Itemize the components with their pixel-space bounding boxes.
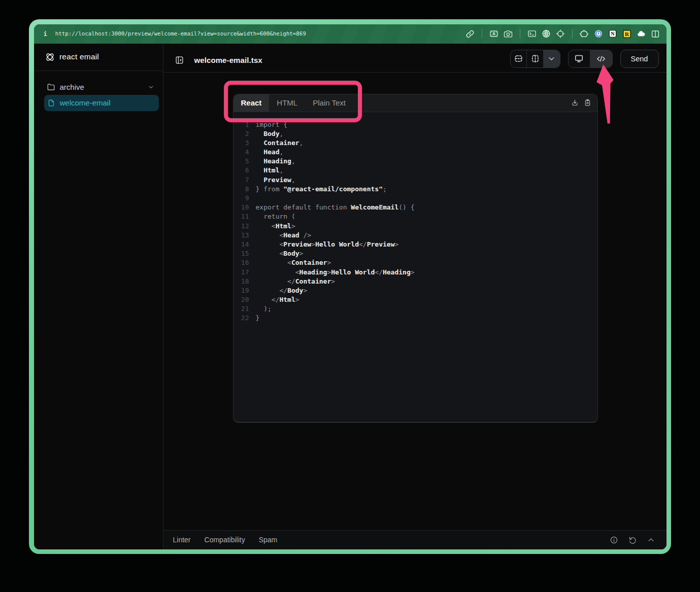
code-line: 21 ); — [234, 304, 597, 314]
split-horizontal-button[interactable] — [511, 50, 527, 67]
layout-button-group — [510, 50, 560, 68]
code-line: 14 <Preview>Hello World</Preview> — [234, 240, 597, 249]
line-content: Html, — [256, 166, 284, 175]
layout-dropdown-button[interactable] — [543, 50, 560, 67]
code-line: 5 Heading, — [234, 157, 597, 166]
notion-icon[interactable]: N — [608, 29, 617, 39]
svg-text:N: N — [611, 31, 615, 37]
tab-linter[interactable]: Linter — [173, 536, 191, 544]
sidebar-nav: archive welcome-email — [34, 71, 163, 111]
line-content: ); — [256, 304, 272, 314]
code-line: 6 Html, — [234, 166, 597, 175]
file-icon — [47, 99, 55, 107]
line-number: 7 — [234, 176, 249, 185]
line-content: <Preview>Hello World</Preview> — [256, 240, 399, 249]
line-content: </Container> — [256, 277, 336, 286]
line-content: } — [256, 314, 260, 323]
line-number: 14 — [234, 240, 249, 249]
code-line: 8} from "@react-email/components"; — [234, 185, 597, 194]
line-content: Container, — [256, 138, 304, 148]
tab-compatibility[interactable]: Compatibility — [205, 536, 245, 544]
terminal-icon[interactable] — [527, 29, 537, 39]
line-content: Head, — [256, 148, 284, 157]
line-content: <Head /> — [256, 231, 312, 240]
folder-icon — [47, 83, 55, 91]
code-line: 7 Preview, — [234, 176, 597, 185]
line-number: 10 — [234, 203, 249, 212]
line-content: <Body> — [256, 249, 304, 258]
onepassword-icon[interactable] — [594, 29, 603, 39]
desktop-view-button[interactable] — [569, 50, 590, 67]
picture-icon[interactable] — [489, 29, 498, 39]
code-line: 10export default function WelcomeEmail()… — [234, 203, 597, 212]
crosshair-icon[interactable] — [556, 29, 565, 39]
code-line: 13 <Head /> — [234, 231, 597, 240]
cloud-icon[interactable] — [637, 29, 646, 39]
sidebar-item-label: welcome-email — [60, 98, 111, 107]
line-number: 6 — [234, 166, 249, 175]
line-number: 22 — [234, 314, 249, 323]
refresh-icon[interactable] — [628, 536, 637, 544]
chevron-down-icon[interactable] — [148, 84, 154, 90]
code-line: 20 </Html> — [234, 295, 597, 304]
line-number: 18 — [234, 277, 249, 286]
line-content: Preview, — [256, 176, 295, 185]
line-number: 21 — [234, 304, 249, 314]
bottom-bar: Linter Compatibility Spam — [163, 530, 666, 549]
code-editor[interactable]: 1import {2 Body,3 Container,4 Head,5 Hea… — [234, 112, 597, 422]
r-badge-icon[interactable]: R — [622, 29, 631, 39]
code-line: 2 Body, — [234, 129, 597, 138]
line-number: 15 — [234, 249, 249, 258]
code-line: 12 <Html> — [234, 222, 597, 231]
react-email-logo-icon — [45, 52, 55, 62]
toolbar: Send — [510, 50, 659, 68]
line-number: 3 — [234, 138, 249, 148]
link-icon[interactable] — [465, 29, 475, 39]
code-line: 17 <Heading>Hello World</Heading> — [234, 268, 597, 277]
tab-spam[interactable]: Spam — [259, 536, 278, 544]
preview-area: React HTML Plain Text — [163, 73, 666, 530]
puzzle-icon[interactable] — [580, 29, 589, 39]
annotation-arrow — [594, 63, 617, 125]
main-topbar: welcome-email.tsx — [163, 44, 666, 73]
line-number: 20 — [234, 295, 249, 304]
svg-text:R: R — [624, 31, 629, 37]
code-line: 18 </Container> — [234, 277, 597, 286]
url-text[interactable]: http://localhost:3000/preview/welcome-em… — [55, 30, 306, 37]
info-icon[interactable] — [610, 536, 618, 544]
chevron-up-icon[interactable] — [647, 536, 655, 544]
chrome-divider — [572, 29, 573, 39]
sidebar-item-label: archive — [60, 83, 84, 91]
split-view-icon[interactable] — [651, 29, 660, 39]
sidebar-header: react email — [34, 44, 163, 71]
line-number: 13 — [234, 231, 249, 240]
line-content: <Heading>Hello World</Heading> — [256, 268, 415, 277]
annotation-highlight-rectangle — [224, 81, 362, 122]
line-number: 8 — [234, 185, 249, 194]
split-vertical-button[interactable] — [526, 50, 543, 67]
line-number: 12 — [234, 222, 249, 231]
code-line: 15 <Body> — [234, 249, 597, 258]
line-content: export default function WelcomeEmail() { — [256, 203, 415, 212]
code-line: 9 — [234, 194, 597, 203]
sidebar-item-welcome-email[interactable]: welcome-email — [44, 95, 159, 111]
line-number: 5 — [234, 157, 249, 166]
app-title: react email — [59, 52, 99, 61]
copy-icon[interactable] — [584, 99, 591, 107]
chrome-divider — [482, 29, 482, 39]
code-line: 3 Container, — [234, 138, 597, 148]
line-content: Heading, — [256, 157, 295, 166]
download-icon[interactable] — [571, 99, 579, 107]
site-info-icon[interactable]: i — [44, 30, 47, 38]
line-number: 16 — [234, 258, 249, 267]
line-content: return ( — [256, 212, 295, 221]
sidebar-item-archive[interactable]: archive — [44, 79, 159, 95]
globe-icon[interactable] — [542, 29, 551, 39]
browser-chrome: i http://localhost:3000/preview/welcome-… — [34, 24, 666, 44]
send-button[interactable]: Send — [620, 50, 659, 68]
collapse-sidebar-icon[interactable] — [175, 56, 184, 64]
line-number: 19 — [234, 286, 249, 295]
camera-icon[interactable] — [504, 29, 513, 39]
code-line: 16 <Container> — [234, 258, 597, 267]
line-number: 11 — [234, 212, 249, 221]
